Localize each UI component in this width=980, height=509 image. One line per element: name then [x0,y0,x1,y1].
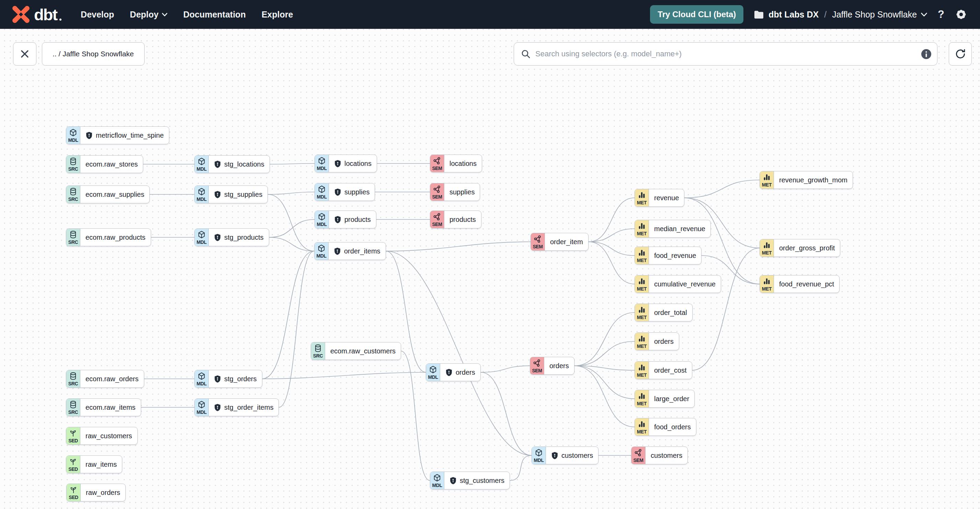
cube-icon [197,187,206,196]
cube-icon [317,185,326,194]
node-type-badge: MDL [195,399,209,416]
database-icon [69,230,78,239]
shield-icon [334,160,341,168]
metric-bars-icon [762,173,771,182]
node-orders_sem[interactable]: SEMorders [530,357,574,375]
breadcrumb[interactable]: .. / Jaffle Shop Snowflake [42,42,145,65]
nav-item-develop[interactable]: Develop [81,10,114,19]
node-label: stg_order_items [209,399,278,416]
help-icon[interactable]: ? [938,8,944,21]
node-stg_customers[interactable]: MDLstg_customers [430,472,510,490]
shield-icon [214,161,221,168]
dbt-logo[interactable]: dbt [12,5,62,24]
nav-item-explore[interactable]: Explore [262,10,293,19]
metric-bars-icon [762,241,771,250]
node-cumulative_revenue[interactable]: METcumulative_revenue [635,275,721,293]
node-stg_locations[interactable]: MDLstg_locations [194,155,270,173]
refresh-button[interactable] [949,42,972,65]
node-label: order_item [545,233,588,250]
close-icon [19,48,30,59]
node-type-badge: MET [760,172,774,189]
node-type-badge: SEM [530,357,544,374]
node-stg_supplies[interactable]: MDLstg_supplies [194,186,268,203]
shield-icon [86,132,93,140]
node-orders_met[interactable]: METorders [635,332,679,350]
cube-icon [317,156,326,165]
semantic-model-icon [433,156,442,165]
node-orders_mdl[interactable]: MDLorders [426,363,481,381]
node-supplies_mdl[interactable]: MDLsupplies [315,183,375,201]
node-median_revenue[interactable]: METmedian_revenue [635,220,711,238]
node-label: large_order [649,390,694,407]
node-raw_orders_seed[interactable]: SEDraw_orders [66,484,126,501]
node-customers_sem[interactable]: SEMcustomers [631,447,688,464]
node-label: order_items [329,242,386,260]
account-name[interactable]: dbt Labs DX [768,10,819,19]
node-stg_order_items[interactable]: MDLstg_order_items [194,398,279,416]
gear-icon[interactable] [955,8,968,21]
node-large_order[interactable]: METlarge_order [635,390,695,408]
node-raw_items_seed[interactable]: SEDraw_items [66,455,122,473]
nav-item-documentation[interactable]: Documentation [183,10,246,19]
node-raw_supplies[interactable]: SRCecom.raw_supplies [66,186,150,203]
node-order_total[interactable]: METorder_total [635,304,693,321]
node-products_sem[interactable]: SEMproducts [430,210,481,228]
node-type-badge: MET [635,220,649,237]
node-revenue[interactable]: METrevenue [635,189,684,207]
metric-bars-icon [762,277,771,286]
node-food_revenue[interactable]: METfood_revenue [635,247,702,264]
node-food_orders[interactable]: METfood_orders [635,418,696,436]
chevron-down-icon [921,13,928,17]
cube-icon [428,365,438,374]
seed-icon [69,457,78,466]
node-type-badge: MDL [430,472,444,489]
node-products_mdl[interactable]: MDLproducts [315,210,376,228]
nav-item-deploy[interactable]: Deploy [130,10,167,19]
node-type-badge: SEM [430,155,444,172]
node-label: locations [444,155,482,172]
cube-icon [197,230,206,239]
node-locations_mdl[interactable]: MDLlocations [315,154,377,172]
search-input[interactable] [535,49,916,58]
cube-icon [69,128,78,137]
node-type-badge: MDL [195,229,209,246]
node-label: locations [329,155,377,172]
refresh-icon [955,48,966,60]
project-selector[interactable]: Jaffle Shop Snowflake [832,10,928,19]
node-raw_items_src[interactable]: SRCecom.raw_items [66,398,141,416]
brand-trademark-dot [59,19,62,21]
lineage-canvas[interactable]: MDLmetricflow_time_spineSRCecom.raw_stor… [0,29,980,509]
node-raw_orders_src[interactable]: SRCecom.raw_orders [66,370,144,388]
node-raw_products[interactable]: SRCecom.raw_products [66,228,151,246]
node-type-badge: MDL [315,183,329,200]
node-locations_sem[interactable]: SEMlocations [430,154,482,172]
node-stg_products[interactable]: MDLstg_products [194,228,269,246]
dbt-logo-icon [12,5,30,24]
node-order_item_sem[interactable]: SEMorder_item [531,233,589,251]
project-breadcrumb: dbt Labs DX / Jaffle Shop Snowflake [754,10,928,19]
node-label: stg_products [209,229,269,246]
node-raw_stores[interactable]: SRCecom.raw_stores [66,155,143,173]
node-mts[interactable]: MDLmetricflow_time_spine [66,126,169,144]
node-revenue_growth_mom[interactable]: METrevenue_growth_mom [760,171,853,189]
node-order_cost[interactable]: METorder_cost [635,361,692,379]
node-label: products [444,211,481,228]
node-food_revenue_pct[interactable]: METfood_revenue_pct [760,275,840,293]
info-icon[interactable] [921,49,932,59]
top-nav-bar: dbt Develop Deploy Documentation Explore… [0,0,980,29]
node-order_items[interactable]: MDLorder_items [314,242,386,260]
node-raw_customers_seed[interactable]: SEDraw_customers [66,427,138,445]
node-type-badge: MET [760,239,774,256]
node-type-badge: MET [635,304,649,321]
node-type-badge: SEM [531,233,545,250]
node-raw_customers_src[interactable]: SRCecom.raw_customers [311,342,401,360]
node-stg_orders[interactable]: MDLstg_orders [194,370,262,388]
node-label: products [329,211,376,228]
node-supplies_sem[interactable]: SEMsupplies [430,183,480,201]
close-lineage-button[interactable] [13,42,37,65]
node-customers_mdl[interactable]: MDLcustomers [531,447,598,464]
node-order_gross_profit[interactable]: METorder_gross_profit [760,239,840,257]
node-type-badge: MDL [315,242,329,260]
try-cloud-cli-button[interactable]: Try Cloud CLI (beta) [650,5,743,24]
metric-bars-icon [637,305,646,314]
